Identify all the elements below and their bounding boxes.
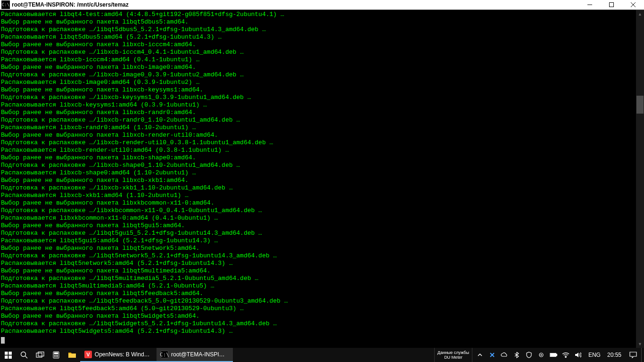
terminal-text: Распаковывается libqt4-test:amd64 (4:4.8…	[1, 11, 636, 335]
svg-rect-2	[8, 352, 12, 355]
language-text: ENG	[588, 352, 601, 358]
svg-rect-6	[36, 353, 42, 357]
vivaldi-icon: V	[84, 351, 92, 358]
scroll-down-button[interactable]: ▼	[636, 340, 644, 348]
tray-bluetooth-icon[interactable]	[513, 352, 520, 358]
tray-onedrive-icon[interactable]	[501, 352, 508, 358]
start-button[interactable]	[0, 348, 16, 362]
svg-point-12	[57, 355, 58, 356]
du-meter-line2: DU Meter	[438, 355, 469, 360]
terminal-output[interactable]: Распаковывается libqt4-test:amd64 (4:4.8…	[1, 11, 636, 348]
svg-point-11	[56, 355, 57, 356]
pinned-file-explorer[interactable]	[64, 348, 80, 362]
close-button[interactable]	[622, 0, 644, 9]
scroll-thumb[interactable]	[636, 96, 644, 114]
taskbar-task-vivaldi[interactable]: V OpenNews: В Windo…	[80, 348, 157, 362]
terminal-client-area: Распаковывается libqt4-test:amd64 (4:4.8…	[0, 9, 644, 348]
scroll-track[interactable]	[636, 18, 644, 340]
taskbar: V OpenNews: В Windo… C:\ root@TEMA-INSPI…	[0, 348, 644, 362]
task-view-button[interactable]	[32, 348, 48, 362]
tray-volume-icon[interactable]	[574, 352, 582, 358]
tray-security-icon[interactable]	[525, 352, 533, 358]
tray-battery-icon[interactable]	[550, 353, 557, 357]
maximize-button[interactable]	[601, 0, 622, 9]
minimize-button[interactable]	[579, 0, 601, 9]
tray-app-icon[interactable]	[488, 352, 496, 358]
terminal-cursor	[1, 337, 5, 344]
du-meter-widget[interactable]: Данные службы DU Meter	[434, 348, 472, 362]
svg-rect-1	[5, 352, 8, 355]
clock-text: 20:55	[607, 352, 621, 358]
svg-point-17	[541, 354, 542, 355]
scroll-up-button[interactable]: ▲	[636, 10, 644, 18]
svg-rect-4	[8, 355, 12, 359]
svg-rect-9	[54, 353, 58, 354]
vertical-scrollbar[interactable]: ▲ ▼	[636, 10, 644, 348]
svg-point-14	[56, 356, 57, 357]
taskbar-clock[interactable]: 20:55	[603, 348, 625, 362]
language-indicator[interactable]: ENG	[586, 348, 603, 362]
svg-rect-20	[551, 354, 556, 356]
window-titlebar[interactable]: C:\ root@TEMA-INSPIRON: /mnt/c/Users/tem…	[0, 0, 644, 9]
taskbar-task-label: root@TEMA-INSPIRO…	[171, 351, 229, 358]
window-title: root@TEMA-INSPIRON: /mnt/c/Users/temaz	[12, 1, 129, 8]
console-icon: C:\	[161, 351, 168, 358]
svg-rect-7	[38, 352, 44, 356]
svg-point-10	[54, 355, 55, 356]
tray-wifi-icon[interactable]	[562, 352, 570, 358]
tray-location-icon[interactable]	[537, 352, 545, 358]
du-meter-line1: Данные службы	[438, 350, 469, 355]
action-center-button[interactable]	[625, 348, 641, 362]
svg-rect-3	[5, 355, 8, 359]
pinned-calculator[interactable]	[48, 348, 64, 362]
svg-point-15	[57, 356, 58, 357]
svg-point-13	[54, 356, 55, 357]
search-button[interactable]	[16, 348, 32, 362]
svg-rect-19	[556, 354, 557, 356]
taskbar-task-label: OpenNews: В Windo…	[95, 351, 152, 358]
taskbar-task-terminal[interactable]: C:\ root@TEMA-INSPIRO…	[157, 348, 233, 362]
system-tray	[472, 348, 586, 362]
svg-point-5	[21, 352, 26, 357]
tray-show-hidden-icon[interactable]	[476, 353, 484, 357]
svg-point-21	[565, 357, 566, 358]
terminal-window: C:\ root@TEMA-INSPIRON: /mnt/c/Users/tem…	[0, 0, 644, 348]
console-icon: C:\	[1, 0, 10, 9]
show-desktop-button[interactable]	[641, 348, 644, 362]
svg-rect-0	[610, 3, 614, 7]
